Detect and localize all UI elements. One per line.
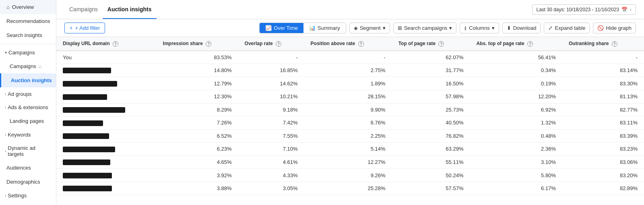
cell-absTop-5: 1.32% [470,116,562,130]
cell-impression-9: 3.92% [157,169,238,182]
columns-button[interactable]: ⫿ Columns ▾ [460,23,499,33]
table-row: 3.92%4.33%9.26%50.24%5.80%83.20% [56,169,644,182]
sidebar-item-campaigns[interactable]: Campaigns ⌂ [0,59,56,73]
cell-overlap-6: 7.55% [238,129,304,143]
cell-topPage-5: 40.50% [392,116,470,130]
col-toppage: Top of page rate ? [392,37,470,51]
sidebar-section-settings[interactable]: › Settings [0,189,56,202]
cell-outranking-8: 83.06% [562,155,644,169]
col-position: Position above rate ? [304,37,392,51]
chevron-right-icon-settings: › [5,193,6,198]
cell-overlap-3: 10.21% [238,90,304,103]
help-icon-toppage[interactable]: ? [438,41,444,47]
date-range-label: Last 30 days: 10/18/2023 - 11/16/2023 [537,7,619,12]
cell-topPage-0: 62.07% [392,51,470,64]
sidebar-divider [0,44,56,44]
toolbar: + + Add filter 📈 Over Time 📊 Summary ◈ S… [56,19,644,37]
cell-overlap-1: 16.85% [238,64,304,77]
cell-topPage-3: 57.98% [392,90,470,103]
sidebar-item-recommendations[interactable]: Recommendations [0,14,56,28]
cell-absTop-9: 5.80% [470,169,562,182]
expand-icon: ⤢ [548,25,553,31]
chevron-down-sc: ▾ [449,25,452,31]
chevron-right-icon-ads: › [5,105,6,110]
cell-overlap-9: 4.33% [238,169,304,182]
cell-position-7: 5.14% [304,143,392,156]
sidebar-section-ad-groups[interactable]: › Ad groups [0,87,56,101]
cell-position-1: 2.75% [304,64,392,77]
download-icon: ⬇ [507,25,511,31]
col-abstop: Abs. top of page rate ? [470,37,562,51]
segment-button[interactable]: ◈ Segment ▾ [349,23,390,33]
cell-impression-1: 14.80% [157,64,238,77]
cell-absTop-6: 0.48% [470,129,562,143]
cell-impression-10: 3.88% [157,182,238,195]
cell-domain-5 [56,116,157,130]
cell-topPage-1: 31.77% [392,64,470,77]
cell-overlap-10: 3.05% [238,182,304,195]
table-row: 4.65%4.61%12.27%55.11%3.10%83.06% [56,155,644,169]
sidebar-item-landing-pages[interactable]: Landing pages [0,114,56,128]
eye-off-icon: 🚫 [597,25,604,31]
add-filter-button[interactable]: + + Add filter [64,23,105,33]
sidebar-item-auction-insights[interactable]: Auction insights [0,73,56,87]
cell-overlap-0: - [238,51,304,64]
auction-insights-table: Display URL domain ? Impression share ? … [56,37,644,195]
cell-outranking-2: 83.30% [562,77,644,90]
cell-domain-1 [56,64,157,77]
top-bar-right: Last 30 days: 10/18/2023 - 11/16/2023 📅 … [532,4,636,15]
table-row: 12.30%10.21%28.15%57.98%12.20%81.13% [56,90,644,103]
breadcrumb: Campaigns Auction insights [64,0,157,19]
breadcrumb-auction-insights[interactable]: Auction insights [103,0,157,19]
cell-domain-10 [56,182,157,195]
cell-absTop-1: 0.34% [470,64,562,77]
table-row: 3.88%3.05%25.28%57.57%6.17%82.89% [56,182,644,195]
chevron-right-icon-kw: › [5,133,6,137]
view-toggle: 📈 Over Time 📊 Summary [259,23,346,33]
cell-impression-5: 7.26% [157,116,238,130]
cell-topPage-9: 50.24% [392,169,470,182]
cell-position-3: 28.15% [304,90,392,103]
summary-button[interactable]: 📊 Summary [303,23,346,33]
over-time-button[interactable]: 📈 Over Time [260,23,303,33]
chevron-down-col: ▾ [492,25,495,31]
help-icon-domain[interactable]: ? [113,41,118,47]
sidebar-section-ads-extensions[interactable]: › Ads & extensions [0,101,56,114]
search-campaigns-button[interactable]: ⊞ Search campaigns ▾ [393,23,457,33]
sidebar-section-dynamic[interactable]: › Dynamic ad targets [0,141,56,161]
cell-overlap-7: 7.10% [238,143,304,156]
main-content: Campaigns Auction insights Last 30 days:… [56,0,644,205]
cell-outranking-1: 83.14% [562,64,644,77]
date-range-button[interactable]: Last 30 days: 10/18/2023 - 11/16/2023 📅 … [532,4,636,15]
cell-position-10: 25.28% [304,182,392,195]
sidebar-section-keywords[interactable]: › Keywords [0,128,56,141]
sidebar-item-audiences[interactable]: Audiences [0,161,56,175]
table-header-row: Display URL domain ? Impression share ? … [56,37,644,51]
sidebar-item-demographics[interactable]: Demographics [0,175,56,189]
chevron-left-icon: ‹ [630,7,632,12]
help-icon-overlap[interactable]: ? [276,41,281,47]
col-impression: Impression share ? [157,37,238,51]
sidebar-section-campaigns[interactable]: ▾ Campaigns [0,46,56,59]
help-icon-impression[interactable]: ? [206,41,211,47]
cell-impression-4: 8.29% [157,103,238,116]
hide-graph-button[interactable]: 🚫 Hide graph [593,23,636,33]
cell-absTop-10: 6.17% [470,182,562,195]
help-icon-abstop[interactable]: ? [527,41,533,47]
cell-position-8: 12.27% [304,155,392,169]
cell-absTop-3: 12.20% [470,90,562,103]
expand-table-button[interactable]: ⤢ Expand table [544,23,590,33]
sidebar-item-overview[interactable]: ⌂ Overview [0,0,56,14]
breadcrumb-campaigns[interactable]: Campaigns [64,0,103,19]
cell-outranking-4: 82.77% [562,103,644,116]
sidebar-item-search-insights[interactable]: Search insights [0,28,56,42]
search-campaigns-icon: ⊞ [398,25,402,31]
help-icon-outranking[interactable]: ? [612,41,617,47]
download-button[interactable]: ⬇ Download [502,23,541,33]
cell-absTop-8: 3.10% [470,155,562,169]
cell-outranking-5: 83.11% [562,116,644,130]
help-icon-position[interactable]: ? [358,41,364,47]
table-row: 12.79%14.62%1.89%16.50%0.19%83.30% [56,77,644,90]
cell-outranking-9: 83.20% [562,169,644,182]
campaigns-home-icon: ⌂ [39,64,41,69]
